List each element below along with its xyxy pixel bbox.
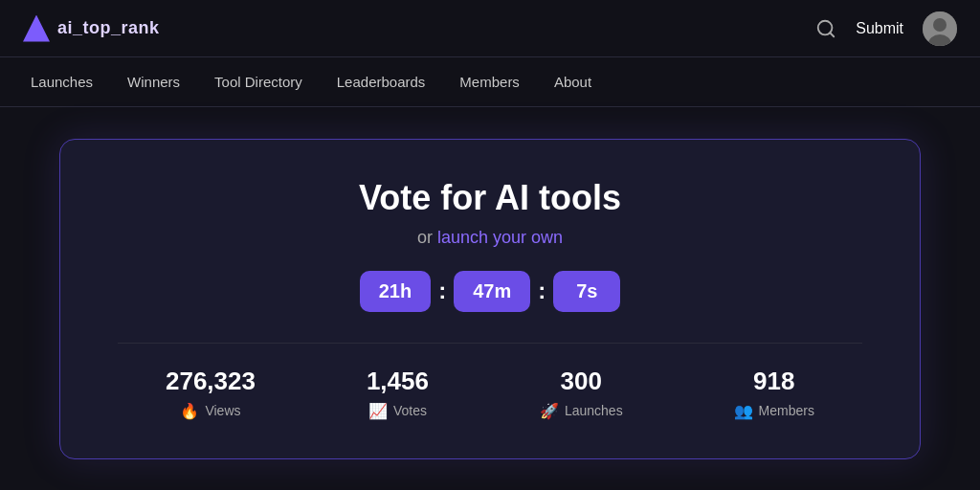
svg-point-3 xyxy=(933,18,947,32)
search-button[interactable] xyxy=(815,18,836,39)
stat-members-number: 918 xyxy=(753,367,794,396)
main-nav: Launches Winners Tool Directory Leaderbo… xyxy=(0,57,980,107)
search-icon xyxy=(815,18,836,39)
nav-item-members[interactable]: Members xyxy=(444,66,535,98)
countdown-hours: 21h xyxy=(360,271,431,312)
hero-title: Vote for AI tools xyxy=(359,178,621,218)
logo[interactable]: ai_top_rank xyxy=(23,15,160,42)
stat-votes-label: Votes xyxy=(393,403,427,418)
stat-votes-number: 1,456 xyxy=(367,367,429,396)
hero-subtitle-prefix: or xyxy=(417,228,437,247)
hero-card: Vote for AI tools or launch your own 21h… xyxy=(59,139,921,459)
stat-launches: 300 🚀 Launches xyxy=(540,367,623,420)
countdown-sep-2: : xyxy=(538,278,546,304)
nav-item-about[interactable]: About xyxy=(539,66,607,98)
members-icon: 👥 xyxy=(734,402,753,420)
stat-launches-label-row: 🚀 Launches xyxy=(540,402,623,420)
stat-members-label-row: 👥 Members xyxy=(734,402,814,420)
stat-members-label: Members xyxy=(759,403,814,418)
countdown: 21h : 47m : 7s xyxy=(360,271,621,312)
nav-item-leaderboards[interactable]: Leaderboards xyxy=(322,66,441,98)
countdown-sep-1: : xyxy=(438,278,446,304)
nav-item-winners[interactable]: Winners xyxy=(112,66,195,98)
stat-launches-label: Launches xyxy=(565,403,623,418)
logo-icon xyxy=(23,15,50,42)
hero-subtitle: or launch your own xyxy=(417,228,563,248)
countdown-minutes: 47m xyxy=(454,271,530,312)
header: ai_top_rank Submit xyxy=(0,0,980,57)
avatar-image xyxy=(923,11,957,46)
submit-button[interactable]: Submit xyxy=(856,20,903,37)
svg-line-1 xyxy=(830,33,834,36)
stat-launches-number: 300 xyxy=(561,367,602,396)
stat-views-number: 276,323 xyxy=(166,367,256,396)
stat-views-label: Views xyxy=(205,403,240,418)
countdown-seconds: 7s xyxy=(553,271,620,312)
launches-icon: 🚀 xyxy=(540,402,559,420)
nav-item-tool-directory[interactable]: Tool Directory xyxy=(199,66,318,98)
main-content: Vote for AI tools or launch your own 21h… xyxy=(0,107,980,490)
stat-members: 918 👥 Members xyxy=(734,367,814,420)
avatar[interactable] xyxy=(923,11,957,46)
stat-votes: 1,456 📈 Votes xyxy=(367,367,429,420)
hero-subtitle-link[interactable]: launch your own xyxy=(437,228,563,247)
stats-row: 276,323 🔥 Views 1,456 📈 Votes 300 🚀 Laun… xyxy=(118,343,862,420)
nav-item-launches[interactable]: Launches xyxy=(15,66,108,98)
stat-views-label-row: 🔥 Views xyxy=(180,402,240,420)
votes-icon: 📈 xyxy=(368,402,388,420)
stat-views: 276,323 🔥 Views xyxy=(166,367,256,420)
header-right: Submit xyxy=(815,11,957,46)
views-icon: 🔥 xyxy=(180,402,199,420)
stat-votes-label-row: 📈 Votes xyxy=(368,402,427,420)
logo-text: ai_top_rank xyxy=(57,18,160,38)
